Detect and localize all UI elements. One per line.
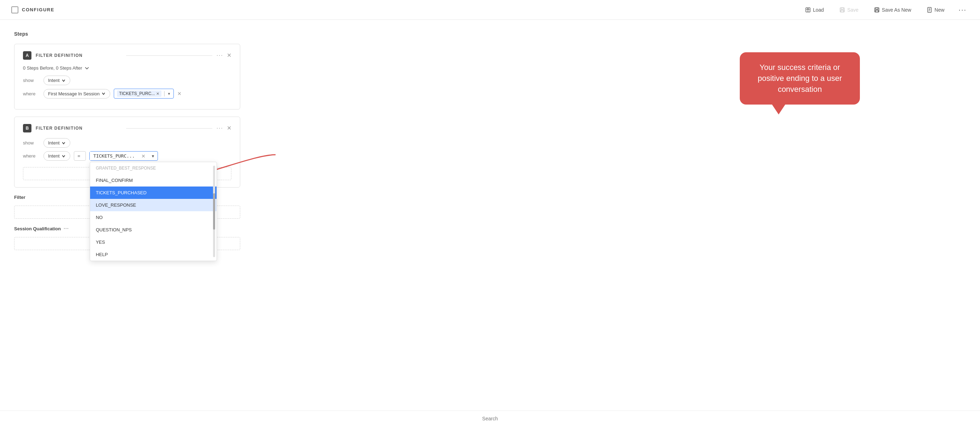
- block-a-label: A: [23, 51, 32, 60]
- tag-input-arrow-a[interactable]: ▼: [167, 92, 171, 96]
- block-a-name: FILTER DEFINITION: [36, 53, 122, 58]
- block-b-more-button[interactable]: ···: [216, 125, 223, 131]
- filter-block-a-header: A FILTER DEFINITION ··· ✕: [23, 51, 231, 60]
- chevron-down-icon: [62, 78, 66, 83]
- filter-block-b-header: B FILTER DEFINITION ··· ✕: [23, 124, 231, 132]
- chevron-down-icon: [62, 154, 66, 158]
- save-as-new-button[interactable]: + Save As New: [870, 5, 915, 15]
- save-button[interactable]: Save: [836, 5, 862, 15]
- right-area: Your success criteria or positive ending…: [255, 31, 966, 257]
- filter-row-where-a: where First Message In Session TICKETS_P…: [23, 89, 231, 99]
- intent-pill-a[interactable]: Intent: [43, 76, 70, 85]
- dropdown-item-yes[interactable]: YES: [90, 236, 216, 248]
- block-b-label: B: [23, 124, 32, 132]
- dropdown-scrollbar: [213, 166, 215, 257]
- svg-rect-4: [841, 10, 844, 12]
- session-section-more[interactable]: ···: [64, 226, 69, 231]
- intent-arrow-button[interactable]: ▼: [148, 154, 158, 158]
- main-content: Steps A FILTER DEFINITION ··· ✕ 0 Steps …: [0, 20, 980, 269]
- topbar: CONFIGURE Load Save + Save As New New ··…: [0, 0, 980, 20]
- intent-selected-value: TICKETS_PURC...: [90, 151, 138, 161]
- block-a-divider: [126, 56, 212, 56]
- filter-row-show-b: show Intent: [23, 138, 231, 148]
- where-label-b: where: [23, 153, 40, 159]
- dropdown-item-help[interactable]: HELP: [90, 248, 216, 261]
- true-tag: TICKETS_PURC... ✕: [117, 91, 161, 97]
- svg-rect-7: [875, 10, 878, 12]
- new-icon: [927, 7, 932, 13]
- steps-title: Steps: [14, 31, 240, 37]
- operator-dropdown[interactable]: =: [74, 151, 86, 161]
- block-a-actions: ··· ✕: [216, 52, 231, 59]
- dropdown-item-final[interactable]: FINAL_CONFIRM: [90, 174, 216, 186]
- dropdown-item-question[interactable]: QUESTION_NPS: [90, 224, 216, 236]
- block-a-more-button[interactable]: ···: [216, 52, 223, 59]
- intent-where-dropdown[interactable]: Intent: [43, 151, 70, 161]
- tooltip-bubble: Your success criteria or positive ending…: [740, 52, 860, 105]
- chevron-down-icon: [84, 66, 89, 71]
- steps-summary-a[interactable]: 0 Steps Before, 0 Steps After: [23, 65, 231, 71]
- dropdown-item-granted[interactable]: GRANTED_BEST_RESPONSE: [90, 162, 216, 174]
- block-b-name: FILTER DEFINITION: [36, 126, 122, 131]
- configure-icon: [11, 6, 18, 13]
- load-button[interactable]: Load: [802, 5, 827, 15]
- block-b-close-button[interactable]: ✕: [227, 126, 231, 131]
- dropdown-item-love[interactable]: LOVE_RESPONSE: [90, 199, 216, 211]
- topbar-left: CONFIGURE: [11, 6, 54, 13]
- chevron-down-icon: [62, 141, 66, 145]
- filter-row-show-a: show Intent: [23, 76, 231, 85]
- intent-pill-b[interactable]: Intent: [43, 138, 70, 148]
- search-bar[interactable]: Search: [0, 410, 980, 426]
- more-options-button[interactable]: ···: [956, 3, 969, 16]
- filter-block-a: A FILTER DEFINITION ··· ✕ 0 Steps Before…: [14, 44, 240, 110]
- intent-dropdown-list: GRANTED_BEST_RESPONSE FINAL_CONFIRM TICK…: [90, 162, 217, 261]
- svg-rect-3: [841, 8, 843, 10]
- where-row-close-a[interactable]: ✕: [177, 91, 181, 97]
- intent-value-dropdown: TICKETS_PURC... ✕ ▼ GRANTED_BEST_RESPONS…: [89, 151, 158, 161]
- show-label-a: show: [23, 78, 40, 83]
- chevron-down-icon: [102, 92, 106, 96]
- block-a-close-button[interactable]: ✕: [227, 52, 231, 58]
- left-panel: Steps A FILTER DEFINITION ··· ✕ 0 Steps …: [14, 31, 240, 257]
- new-button[interactable]: New: [923, 5, 948, 15]
- svg-text:+: +: [878, 7, 879, 9]
- topbar-right: Load Save + Save As New New ···: [802, 3, 969, 16]
- dropdown-scrollbar-thumb: [213, 193, 215, 230]
- tag-remove-a[interactable]: ✕: [156, 92, 159, 96]
- load-icon: [805, 7, 811, 13]
- block-b-actions: ··· ✕: [216, 125, 231, 131]
- topbar-title: CONFIGURE: [22, 7, 54, 13]
- intent-clear-button[interactable]: ✕: [138, 153, 148, 159]
- tag-divider-a: |: [164, 91, 165, 97]
- dropdown-item-no[interactable]: NO: [90, 211, 216, 224]
- where-label-a: where: [23, 91, 40, 97]
- block-b-divider: [126, 128, 212, 129]
- save-as-new-icon: +: [874, 7, 880, 13]
- dropdown-item-tickets[interactable]: TICKETS_PURCHASED: [90, 186, 216, 199]
- tag-input-a: TICKETS_PURC... ✕ | ▼: [114, 89, 174, 99]
- show-label-b: show: [23, 140, 40, 146]
- first-message-session-dropdown[interactable]: First Message In Session: [43, 89, 110, 99]
- save-icon: [839, 7, 845, 13]
